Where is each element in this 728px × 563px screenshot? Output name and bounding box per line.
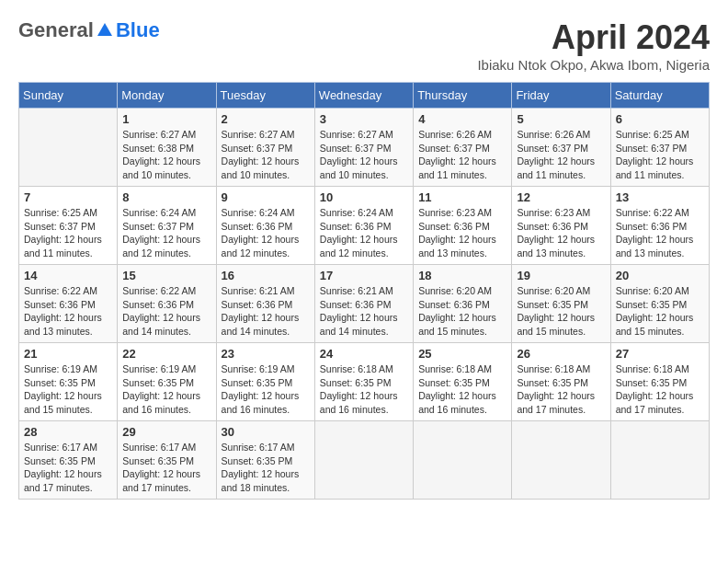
day-info: Sunrise: 6:18 AM Sunset: 6:35 PM Dayligh… [517, 362, 605, 417]
day-number: 29 [122, 425, 210, 439]
weekday-header: Saturday [610, 83, 709, 109]
day-number: 3 [320, 112, 408, 126]
day-info: Sunrise: 6:19 AM Sunset: 6:35 PM Dayligh… [122, 362, 210, 417]
day-info: Sunrise: 6:27 AM Sunset: 6:37 PM Dayligh… [320, 128, 408, 182]
day-info: Sunrise: 6:23 AM Sunset: 6:36 PM Dayligh… [418, 206, 506, 260]
day-info: Sunrise: 6:19 AM Sunset: 6:35 PM Dayligh… [24, 362, 112, 417]
svg-marker-0 [97, 23, 112, 36]
day-number: 7 [24, 190, 112, 204]
day-number: 2 [222, 112, 310, 126]
calendar-cell: 29Sunrise: 6:17 AM Sunset: 6:35 PM Dayli… [118, 421, 216, 500]
day-number: 1 [122, 112, 210, 126]
weekday-header: Wednesday [314, 83, 413, 109]
day-info: Sunrise: 6:19 AM Sunset: 6:35 PM Dayligh… [222, 362, 310, 417]
title-block: April 2024 Ibiaku Ntok Okpo, Akwa Ibom, … [477, 18, 710, 73]
day-number: 30 [222, 425, 310, 439]
calendar-cell: 27Sunrise: 6:18 AM Sunset: 6:35 PM Dayli… [610, 343, 709, 421]
weekday-header: Monday [118, 83, 216, 109]
calendar-cell: 2Sunrise: 6:27 AM Sunset: 6:37 PM Daylig… [216, 109, 314, 187]
calendar-cell: 5Sunrise: 6:26 AM Sunset: 6:37 PM Daylig… [512, 109, 610, 187]
calendar-cell: 15Sunrise: 6:22 AM Sunset: 6:36 PM Dayli… [118, 265, 216, 343]
logo-general: General [18, 18, 94, 42]
day-info: Sunrise: 6:20 AM Sunset: 6:35 PM Dayligh… [517, 284, 605, 339]
day-info: Sunrise: 6:24 AM Sunset: 6:36 PM Dayligh… [222, 206, 310, 260]
day-info: Sunrise: 6:27 AM Sunset: 6:37 PM Dayligh… [222, 128, 310, 182]
day-info: Sunrise: 6:20 AM Sunset: 6:35 PM Dayligh… [616, 284, 704, 339]
day-number: 5 [517, 112, 605, 126]
calendar-cell: 12Sunrise: 6:23 AM Sunset: 6:36 PM Dayli… [512, 187, 610, 265]
day-info: Sunrise: 6:17 AM Sunset: 6:35 PM Dayligh… [222, 441, 310, 495]
calendar-table: SundayMondayTuesdayWednesdayThursdayFrid… [18, 82, 710, 500]
day-info: Sunrise: 6:20 AM Sunset: 6:36 PM Dayligh… [418, 284, 506, 339]
calendar-cell [414, 421, 512, 500]
weekday-header: Tuesday [216, 83, 314, 109]
day-number: 24 [320, 347, 408, 361]
calendar-cell: 1Sunrise: 6:27 AM Sunset: 6:38 PM Daylig… [118, 109, 216, 187]
day-info: Sunrise: 6:22 AM Sunset: 6:36 PM Dayligh… [24, 284, 112, 339]
calendar-cell: 4Sunrise: 6:26 AM Sunset: 6:37 PM Daylig… [414, 109, 512, 187]
calendar-week-row: 7Sunrise: 6:25 AM Sunset: 6:37 PM Daylig… [19, 187, 710, 265]
weekday-header: Thursday [414, 83, 512, 109]
calendar-cell: 23Sunrise: 6:19 AM Sunset: 6:35 PM Dayli… [216, 343, 314, 421]
calendar-cell: 9Sunrise: 6:24 AM Sunset: 6:36 PM Daylig… [216, 187, 314, 265]
day-number: 28 [24, 425, 112, 439]
day-number: 20 [616, 269, 704, 282]
weekday-header: Sunday [19, 83, 118, 109]
calendar-cell: 8Sunrise: 6:24 AM Sunset: 6:37 PM Daylig… [118, 187, 216, 265]
location: Ibiaku Ntok Okpo, Akwa Ibom, Nigeria [477, 57, 710, 73]
calendar-cell: 22Sunrise: 6:19 AM Sunset: 6:35 PM Dayli… [118, 343, 216, 421]
day-number: 11 [418, 190, 506, 204]
day-number: 27 [616, 347, 704, 361]
day-number: 15 [122, 269, 210, 282]
weekday-header: Friday [512, 83, 610, 109]
calendar-cell: 24Sunrise: 6:18 AM Sunset: 6:35 PM Dayli… [314, 343, 413, 421]
logo-icon [96, 21, 114, 40]
calendar-header-row: SundayMondayTuesdayWednesdayThursdayFrid… [19, 83, 710, 109]
day-info: Sunrise: 6:25 AM Sunset: 6:37 PM Dayligh… [24, 206, 112, 260]
calendar-cell: 26Sunrise: 6:18 AM Sunset: 6:35 PM Dayli… [512, 343, 610, 421]
calendar-cell: 16Sunrise: 6:21 AM Sunset: 6:36 PM Dayli… [216, 265, 314, 343]
day-number: 23 [222, 347, 310, 361]
calendar-cell: 11Sunrise: 6:23 AM Sunset: 6:36 PM Dayli… [414, 187, 512, 265]
day-info: Sunrise: 6:26 AM Sunset: 6:37 PM Dayligh… [418, 128, 506, 182]
calendar-cell: 18Sunrise: 6:20 AM Sunset: 6:36 PM Dayli… [414, 265, 512, 343]
calendar-cell: 19Sunrise: 6:20 AM Sunset: 6:35 PM Dayli… [512, 265, 610, 343]
day-info: Sunrise: 6:22 AM Sunset: 6:36 PM Dayligh… [616, 206, 704, 260]
calendar-cell: 10Sunrise: 6:24 AM Sunset: 6:36 PM Dayli… [314, 187, 413, 265]
logo: General Blue [18, 18, 160, 42]
day-number: 22 [122, 347, 210, 361]
day-info: Sunrise: 6:18 AM Sunset: 6:35 PM Dayligh… [320, 362, 408, 417]
day-number: 26 [517, 347, 605, 361]
calendar-week-row: 21Sunrise: 6:19 AM Sunset: 6:35 PM Dayli… [19, 343, 710, 421]
day-info: Sunrise: 6:17 AM Sunset: 6:35 PM Dayligh… [24, 441, 112, 495]
calendar-cell: 6Sunrise: 6:25 AM Sunset: 6:37 PM Daylig… [610, 109, 709, 187]
day-number: 4 [418, 112, 506, 126]
day-number: 13 [616, 190, 704, 204]
day-number: 14 [24, 269, 112, 282]
calendar-cell: 21Sunrise: 6:19 AM Sunset: 6:35 PM Dayli… [19, 343, 118, 421]
calendar-week-row: 14Sunrise: 6:22 AM Sunset: 6:36 PM Dayli… [19, 265, 710, 343]
day-number: 8 [122, 190, 210, 204]
month-title: April 2024 [477, 18, 710, 57]
day-info: Sunrise: 6:25 AM Sunset: 6:37 PM Dayligh… [616, 128, 704, 182]
calendar-cell: 20Sunrise: 6:20 AM Sunset: 6:35 PM Dayli… [610, 265, 709, 343]
calendar-cell [512, 421, 610, 500]
calendar-cell: 13Sunrise: 6:22 AM Sunset: 6:36 PM Dayli… [610, 187, 709, 265]
day-number: 19 [517, 269, 605, 282]
day-number: 25 [418, 347, 506, 361]
day-number: 18 [418, 269, 506, 282]
day-info: Sunrise: 6:27 AM Sunset: 6:38 PM Dayligh… [122, 128, 210, 182]
page-header: General Blue April 2024 Ibiaku Ntok Okpo… [18, 18, 710, 73]
day-info: Sunrise: 6:22 AM Sunset: 6:36 PM Dayligh… [122, 284, 210, 339]
calendar-cell: 7Sunrise: 6:25 AM Sunset: 6:37 PM Daylig… [19, 187, 118, 265]
calendar-cell: 30Sunrise: 6:17 AM Sunset: 6:35 PM Dayli… [216, 421, 314, 500]
day-number: 16 [222, 269, 310, 282]
calendar-cell: 28Sunrise: 6:17 AM Sunset: 6:35 PM Dayli… [19, 421, 118, 500]
calendar-cell [610, 421, 709, 500]
calendar-cell [19, 109, 118, 187]
day-info: Sunrise: 6:18 AM Sunset: 6:35 PM Dayligh… [418, 362, 506, 417]
calendar-cell: 3Sunrise: 6:27 AM Sunset: 6:37 PM Daylig… [314, 109, 413, 187]
day-number: 6 [616, 112, 704, 126]
calendar-cell: 14Sunrise: 6:22 AM Sunset: 6:36 PM Dayli… [19, 265, 118, 343]
day-number: 17 [320, 269, 408, 282]
